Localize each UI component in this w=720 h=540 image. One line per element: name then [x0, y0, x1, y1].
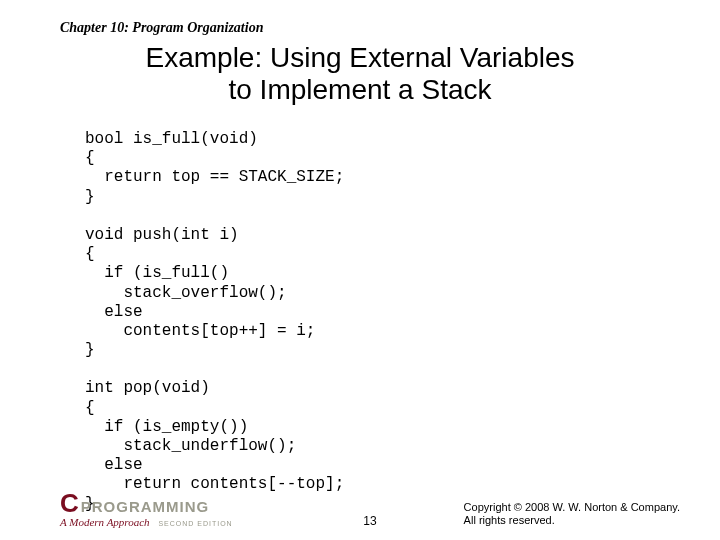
copyright: Copyright © 2008 W. W. Norton & Company.…: [464, 501, 680, 529]
slide-title: Example: Using External Variables to Imp…: [0, 42, 720, 106]
logo-edition: SECOND EDITION: [158, 520, 232, 527]
logo-letter-c: C: [60, 490, 79, 516]
copyright-line-1: Copyright © 2008 W. W. Norton & Company.: [464, 501, 680, 513]
logo-word-programming: PROGRAMMING: [81, 499, 210, 514]
footer: C PROGRAMMING A Modern Approach SECOND E…: [60, 492, 680, 528]
book-logo: C PROGRAMMING A Modern Approach SECOND E…: [60, 490, 233, 528]
title-line-2: to Implement a Stack: [228, 74, 491, 105]
logo-subtitle: A Modern Approach SECOND EDITION: [60, 517, 233, 528]
slide: Chapter 10: Program Organization Example…: [0, 0, 720, 540]
logo-top-row: C PROGRAMMING: [60, 490, 233, 516]
chapter-label: Chapter 10: Program Organization: [60, 20, 263, 36]
logo-subtitle-text: A Modern Approach: [60, 516, 150, 528]
page-number: 13: [363, 514, 376, 528]
code-block: bool is_full(void) { return top == STACK…: [85, 130, 344, 514]
title-line-1: Example: Using External Variables: [145, 42, 574, 73]
copyright-line-2: All rights reserved.: [464, 514, 555, 526]
